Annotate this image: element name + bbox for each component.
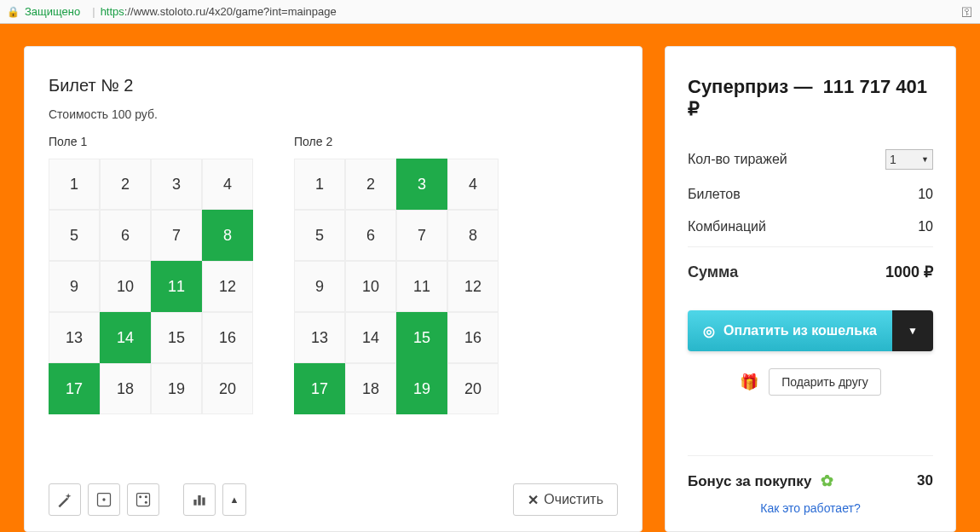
superprize-label: Суперприз — <box>688 76 812 97</box>
combos-value: 10 <box>918 219 933 234</box>
number-cell[interactable]: 4 <box>202 159 253 210</box>
number-cell[interactable]: 10 <box>100 261 151 312</box>
url-rest: ://www.stoloto.ru/4x20/game?int=mainpage <box>124 5 337 18</box>
sum-label: Сумма <box>688 263 738 281</box>
number-cell[interactable]: 18 <box>100 363 151 414</box>
tickets-label: Билетов <box>688 187 741 202</box>
bonus-label: Бонус за покупку <box>688 473 811 489</box>
gift-row: 🎁 Подарить другу <box>688 368 933 396</box>
number-cell[interactable]: 2 <box>100 159 151 210</box>
stats-button[interactable] <box>183 483 216 516</box>
number-cell[interactable]: 17 <box>49 363 100 414</box>
dice-3-icon <box>135 491 152 508</box>
svg-point-5 <box>145 495 147 498</box>
number-cell[interactable]: 3 <box>396 159 447 210</box>
number-cell[interactable]: 9 <box>49 261 100 312</box>
wallet-icon: ◎ <box>703 323 715 339</box>
caret-up-button[interactable]: ▲ <box>222 483 246 516</box>
number-cell[interactable]: 17 <box>294 363 345 414</box>
bonus-value: 30 <box>917 472 933 489</box>
lock-icon: 🔒 <box>7 6 20 18</box>
gift-icon: 🎁 <box>740 373 758 391</box>
tickets-value: 10 <box>918 187 933 202</box>
number-cell[interactable]: 4 <box>447 159 499 210</box>
number-cell[interactable]: 7 <box>151 210 202 261</box>
number-cell[interactable]: 16 <box>202 312 253 363</box>
bonus-label-wrap: Бонус за покупку ✿ <box>688 471 833 490</box>
field-1-grid: 1234567891011121314151617181920 <box>49 159 253 414</box>
number-cell[interactable]: 18 <box>345 363 396 414</box>
dice-1-button[interactable] <box>88 483 120 516</box>
field-1-label: Поле 1 <box>49 135 253 148</box>
gift-label: Подарить другу <box>781 375 868 389</box>
pay-dropdown-button[interactable]: ▼ <box>892 310 933 351</box>
number-cell[interactable]: 8 <box>447 210 499 261</box>
bar-chart-icon <box>191 491 208 508</box>
sum-row: Сумма 1000 ₽ <box>688 246 933 290</box>
number-cell[interactable]: 1 <box>49 159 100 210</box>
chevron-down-icon: ▼ <box>921 155 929 164</box>
how-it-works-link[interactable]: Как это работает? <box>760 501 860 515</box>
number-cell[interactable]: 10 <box>345 261 396 312</box>
number-cell[interactable]: 19 <box>151 363 202 414</box>
draw-count-select[interactable]: 1 ▼ <box>885 149 933 170</box>
pay-button-group: ◎ Оплатить из кошелька ▼ <box>688 310 933 351</box>
gift-button[interactable]: Подарить другу <box>769 368 881 396</box>
number-cell[interactable]: 11 <box>151 261 202 312</box>
clear-button[interactable]: ✕ Очистить <box>513 483 618 516</box>
secure-label: Защищено <box>25 5 80 18</box>
url-proto: https <box>101 5 124 18</box>
number-cell[interactable]: 8 <box>202 210 253 261</box>
ticket-toolbar: ▲ ✕ Очистить <box>49 458 618 516</box>
url-text[interactable]: https://www.stoloto.ru/4x20/game?int=mai… <box>101 5 337 18</box>
summary-panel: Суперприз — 111 717 401 ₽ Кол-во тиражей… <box>665 46 956 532</box>
number-cell[interactable]: 5 <box>49 210 100 261</box>
ticket-cost: Стоимость 100 руб. <box>49 107 618 121</box>
bonus-block: Бонус за покупку ✿ 30 Как это работает? <box>688 455 933 516</box>
number-cell[interactable]: 13 <box>49 312 100 363</box>
address-bar: 🔒 Защищено | https://www.stoloto.ru/4x20… <box>0 0 980 24</box>
tickets-row: Билетов 10 <box>688 178 933 211</box>
number-cell[interactable]: 14 <box>100 312 151 363</box>
number-cell[interactable]: 6 <box>100 210 151 261</box>
pay-button[interactable]: ◎ Оплатить из кошелька <box>688 310 892 351</box>
number-cell[interactable]: 13 <box>294 312 345 363</box>
number-cell[interactable]: 12 <box>202 261 253 312</box>
magic-wand-icon <box>56 491 73 508</box>
number-cell[interactable]: 16 <box>447 312 499 363</box>
number-cell[interactable]: 14 <box>345 312 396 363</box>
svg-rect-6 <box>193 500 196 506</box>
number-cell[interactable]: 3 <box>151 159 202 210</box>
number-cell[interactable]: 15 <box>151 312 202 363</box>
svg-point-3 <box>139 495 141 498</box>
number-cell[interactable]: 7 <box>396 210 447 261</box>
number-cell[interactable]: 6 <box>345 210 396 261</box>
caret-up-icon: ▲ <box>230 494 239 505</box>
number-cell[interactable]: 11 <box>396 261 447 312</box>
number-cell[interactable]: 9 <box>294 261 345 312</box>
number-cell[interactable]: 19 <box>396 363 447 414</box>
number-cell[interactable]: 5 <box>294 210 345 261</box>
addr-divider: | <box>92 5 95 18</box>
number-cell[interactable]: 20 <box>202 363 253 414</box>
number-cell[interactable]: 12 <box>447 261 499 312</box>
svg-point-1 <box>102 498 105 500</box>
ticket-title: Билет № 2 <box>49 76 618 95</box>
ticket-panel: Билет № 2 Стоимость 100 руб. Поле 1 1234… <box>24 46 643 532</box>
field-2: Поле 2 1234567891011121314151617181920 <box>294 135 499 414</box>
combos-row: Комбинаций 10 <box>688 211 933 243</box>
number-cell[interactable]: 1 <box>294 159 345 210</box>
number-cell[interactable]: 15 <box>396 312 447 363</box>
svg-point-4 <box>145 501 147 504</box>
combos-label: Комбинаций <box>688 219 766 234</box>
sum-value: 1000 ₽ <box>885 263 933 281</box>
number-cell[interactable]: 20 <box>447 363 499 414</box>
svg-rect-8 <box>202 498 205 506</box>
superprize: Суперприз — 111 717 401 ₽ <box>688 76 933 120</box>
number-cell[interactable]: 2 <box>345 159 396 210</box>
page-body: Билет № 2 Стоимость 100 руб. Поле 1 1234… <box>0 24 980 532</box>
magic-wand-button[interactable] <box>49 483 81 516</box>
dice-3-button[interactable] <box>127 483 159 516</box>
key-icon[interactable]: ⚿ <box>961 5 973 19</box>
draw-count-value: 1 <box>890 153 896 166</box>
